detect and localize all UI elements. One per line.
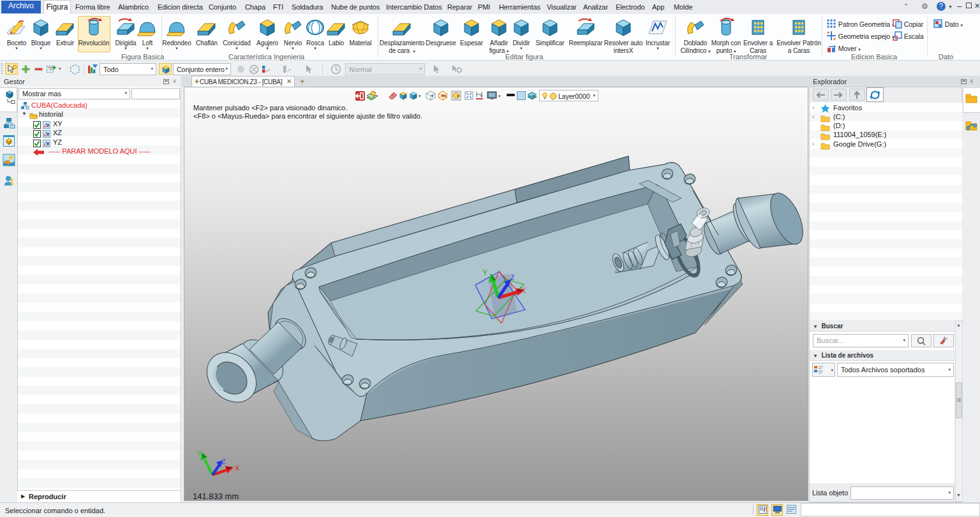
svg-text:X: X <box>235 464 240 472</box>
svg-text:X: X <box>521 286 526 295</box>
svg-text:Y: Y <box>197 449 202 457</box>
svg-text:Z: Z <box>510 274 514 281</box>
svg-text:Z: Z <box>221 458 226 465</box>
svg-text:Y: Y <box>482 268 487 277</box>
